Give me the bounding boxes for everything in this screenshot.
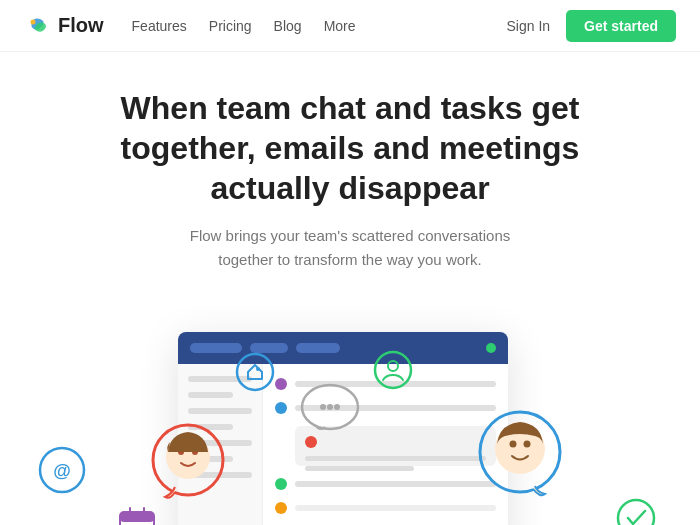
svg-point-1 bbox=[31, 19, 36, 24]
chat-item-2 bbox=[275, 402, 496, 414]
titlebar-pill-2 bbox=[250, 343, 288, 353]
svg-point-41 bbox=[510, 441, 517, 448]
get-started-button[interactable]: Get started bbox=[566, 10, 676, 42]
chat-dot-purple bbox=[275, 378, 287, 390]
svg-point-26 bbox=[618, 500, 654, 525]
navbar: Flow Features Pricing Blog More Sign In … bbox=[0, 0, 700, 52]
logo[interactable]: Flow bbox=[24, 12, 104, 40]
svg-point-42 bbox=[524, 441, 531, 448]
chat-item-3 bbox=[275, 478, 496, 490]
hero-section: When team chat and tasks get together, e… bbox=[0, 52, 700, 272]
titlebar-status-dot bbox=[486, 343, 496, 353]
nav-links: Features Pricing Blog More bbox=[132, 17, 356, 35]
app-titlebar bbox=[178, 332, 508, 364]
hero-subtext: Flow brings your team's scattered conver… bbox=[60, 224, 640, 272]
chat-bubble-box bbox=[295, 426, 496, 466]
svg-point-2 bbox=[40, 448, 84, 492]
hero-headline: When team chat and tasks get together, e… bbox=[60, 88, 640, 208]
chat-item-4 bbox=[275, 502, 496, 514]
nav-pricing[interactable]: Pricing bbox=[209, 18, 252, 34]
svg-text:@: @ bbox=[53, 461, 71, 481]
chat-dot-red bbox=[305, 436, 317, 448]
app-body bbox=[178, 364, 508, 525]
titlebar-pill-3 bbox=[296, 343, 340, 353]
chat-dot-orange bbox=[275, 502, 287, 514]
chat-dot-green bbox=[275, 478, 287, 490]
logo-text: Flow bbox=[58, 14, 104, 37]
nav-features[interactable]: Features bbox=[132, 18, 187, 34]
nav-blog[interactable]: Blog bbox=[274, 18, 302, 34]
app-sidebar bbox=[178, 364, 263, 525]
svg-rect-11 bbox=[120, 512, 154, 525]
illustration-area: @ bbox=[0, 282, 700, 525]
chat-dot-blue bbox=[275, 402, 287, 414]
svg-rect-12 bbox=[120, 512, 154, 522]
titlebar-pill-1 bbox=[190, 343, 242, 353]
app-window-mockup bbox=[178, 332, 508, 525]
chat-item-1 bbox=[275, 378, 496, 390]
sidebar-line bbox=[188, 376, 252, 382]
app-main-content bbox=[263, 364, 508, 525]
nav-more[interactable]: More bbox=[324, 18, 356, 34]
logo-icon bbox=[24, 12, 52, 40]
nav-right: Sign In Get started bbox=[506, 10, 676, 42]
sign-in-link[interactable]: Sign In bbox=[506, 18, 550, 34]
